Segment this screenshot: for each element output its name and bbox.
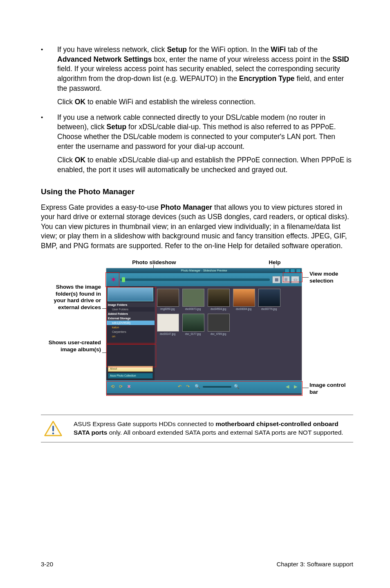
- thumbnail-item[interactable]: dsc00147.jpg: [157, 314, 178, 335]
- zoom-slider[interactable]: [203, 386, 231, 388]
- slideshow-icon[interactable]: ✶: [109, 275, 118, 284]
- callout-slideshow: Photo slideshow: [128, 259, 181, 265]
- thumbnail-item[interactable]: dsc00776.jpg: [258, 289, 280, 310]
- pm-sidebar: Image Folders User Folders Added Folders…: [106, 286, 155, 380]
- sidebar-footer: About Asus Photo Collection: [106, 364, 155, 380]
- sidebar-item[interactable]: katon: [106, 325, 155, 330]
- bullet-1-main: If you have wireless network, click Setu…: [57, 45, 353, 93]
- bullet-1-sub: Click OK to enable WiFi and establish th…: [57, 97, 353, 107]
- view-thumbnail-icon[interactable]: ▦: [272, 276, 280, 283]
- callout-help: Help: [264, 259, 285, 265]
- callout-controlbar: Image control bar: [309, 382, 346, 396]
- minimize-icon[interactable]: [285, 269, 289, 273]
- callout-folders: Shows the image folder(s) found in your …: [48, 284, 101, 312]
- sidebar-about[interactable]: About: [108, 366, 153, 372]
- bullet-item: • If you have wireless network, click Se…: [41, 45, 353, 107]
- delete-icon[interactable]: ✖: [126, 384, 132, 390]
- bullet-marker: •: [41, 45, 57, 107]
- zoom-out-icon[interactable]: 🔍: [195, 384, 200, 390]
- sidebar-item[interactable]: User Folders: [106, 307, 155, 312]
- thumbnail-item[interactable]: dsc_0177.jpg: [182, 314, 204, 335]
- caution-icon: [44, 421, 62, 437]
- caution-note: ASUS Express Gate supports HDDs connecte…: [41, 415, 353, 442]
- zoom-in-icon[interactable]: 🔍: [234, 384, 240, 390]
- sidebar-item[interactable]: sdb1(DV9536): [106, 321, 155, 325]
- pm-title-text: Photo Manager - Slideshow Preview: [181, 269, 227, 272]
- caution-text: ASUS Express Gate supports HDDs connecte…: [74, 420, 353, 437]
- pm-header: ✶ ▦ ☰ ▭: [106, 273, 302, 286]
- bullet-list: • If you have wireless network, click Se…: [41, 45, 353, 175]
- close-icon[interactable]: [296, 269, 301, 273]
- slideshow-slider[interactable]: [120, 278, 270, 281]
- bullet-2-main: If you use a network cable connected dir…: [57, 113, 353, 152]
- sidebar-item[interactable]: Carpenters: [106, 330, 155, 334]
- bullet-marker: •: [41, 113, 57, 175]
- sidebar-section-external-storage: External Storage: [106, 316, 155, 321]
- image-control-bar: ⟲ ⟳ ✖ ↶ ↷ 🔍 🔍 ◀ ▶: [106, 380, 302, 393]
- thumbnail-item[interactable]: dsc04504.jpg: [208, 289, 229, 310]
- section-body: Express Gate provides a easy-to-use Phot…: [41, 203, 353, 251]
- view-list-icon[interactable]: ☰: [282, 276, 290, 283]
- thumbnail-item[interactable]: dsc00004.jpg: [233, 289, 254, 310]
- prev-page-icon[interactable]: ◀: [285, 384, 290, 390]
- sidebar-section-image-folders: Image Folders: [106, 303, 155, 307]
- callout-viewmode: View mode selection: [309, 271, 346, 285]
- maximize-icon[interactable]: [290, 269, 295, 273]
- footer-chapter: Chapter 3: Software support: [276, 561, 353, 568]
- rotate-right-icon[interactable]: ⟳: [118, 384, 123, 390]
- page-footer: 3-20 Chapter 3: Software support: [41, 561, 353, 568]
- nav-prev-icon[interactable]: ↶: [177, 384, 182, 390]
- svg-rect-0: [52, 426, 54, 431]
- bullet-2-sub: Click OK to enable xDSL/cable dial-up an…: [57, 155, 353, 175]
- photo-manager-window: Photo Manager - Slideshow Preview ✶ ▦ ☰ …: [106, 268, 302, 395]
- thumbnail-item[interactable]: dsc_4789.jpg: [208, 314, 229, 335]
- view-single-icon[interactable]: ▭: [291, 276, 299, 283]
- sidebar-item[interactable]: on: [106, 334, 155, 339]
- view-mode-selector: ▦ ☰ ▭: [272, 276, 299, 283]
- svg-point-1: [52, 432, 54, 434]
- pm-titlebar: Photo Manager - Slideshow Preview: [106, 268, 302, 273]
- footer-page-number: 3-20: [41, 561, 53, 568]
- sidebar-collection[interactable]: Asus Photo Collection: [108, 373, 153, 379]
- photo-manager-figure: Photo slideshow Help View mode selection…: [48, 259, 346, 406]
- sidebar-preview-thumb[interactable]: [108, 287, 153, 301]
- bullet-item: • If you use a network cable connected d…: [41, 113, 353, 175]
- nav-next-icon[interactable]: ↷: [185, 384, 191, 390]
- next-page-icon[interactable]: ▶: [293, 384, 298, 390]
- thumbnail-item[interactable]: dsc00073.jpg: [182, 289, 204, 310]
- thumbnail-item[interactable]: img0050.jpg: [157, 289, 178, 310]
- callout-albums: Shows user-created image album(s): [48, 339, 101, 353]
- sidebar-section-added-folders: Added Folders: [106, 312, 155, 316]
- pm-thumbnail-grid: img0050.jpg dsc00073.jpg dsc04504.jpg ds…: [155, 286, 302, 380]
- section-heading: Using the Photo Manager: [41, 187, 353, 196]
- rotate-left-icon[interactable]: ⟲: [110, 384, 115, 390]
